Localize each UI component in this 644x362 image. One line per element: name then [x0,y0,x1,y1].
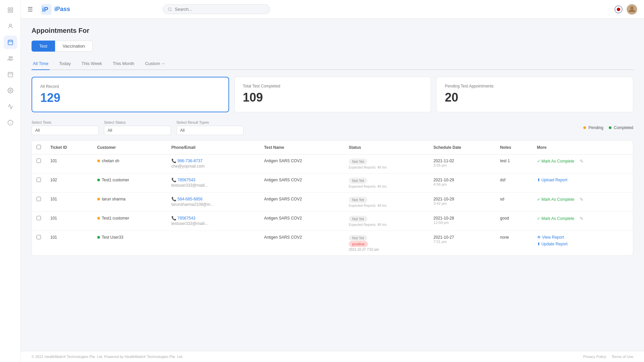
time-tab-this-month[interactable]: This Month [111,58,136,70]
row-checkbox-2[interactable] [37,197,41,201]
svg-rect-3 [11,11,12,12]
time-tab-all-time[interactable]: All Time [32,58,50,70]
customer-name: Test1 customer [102,216,129,221]
schedule-time: 7:51 pm [433,240,491,244]
cell-notes: none [495,231,532,256]
cell-phone-email: 📞 584-685-6856tarunsharma2108@m... [167,193,260,212]
schedule-date: 2021-10-29 [433,197,491,201]
search-input[interactable] [175,7,265,12]
customer-name: tarun sharma [102,197,126,201]
cell-test-name: Antigen SARS COV2 [259,155,344,174]
mark-complete-link[interactable]: ✓ Mark As Complete [537,216,574,221]
phone-number[interactable]: 📞 986-736-8737 [171,159,255,163]
svg-text:iP: iP [42,6,48,13]
status-badge: Not Yet [349,178,367,184]
time-tab-custom[interactable]: Custom [144,58,167,70]
tab-test[interactable]: Test [32,41,55,52]
page-title: Appointments For [32,27,633,35]
upload-report-link[interactable]: ⬆ Upload Report [537,178,628,182]
table-row: 101tarun sharma📞 584-685-6856tarunsharma… [32,193,633,212]
svg-rect-11 [8,72,13,77]
sidebar-item-reports[interactable] [4,100,17,113]
phone-number[interactable]: 📞 78567543 [171,178,255,182]
search-icon [168,7,172,12]
hamburger-menu[interactable]: ☰ [28,6,33,13]
status-filter-label: Select Status [104,120,171,124]
sidebar [0,0,21,362]
phone-number[interactable]: 📞 78567543 [171,216,255,221]
logo: iP iPass [41,4,70,15]
logo-text: iPass [54,6,70,13]
svg-point-24 [630,6,634,10]
language-flag[interactable] [614,5,623,13]
sidebar-item-dashboard[interactable] [4,3,17,17]
result-filter-select[interactable]: All [176,126,244,135]
sidebar-item-appointments[interactable] [4,36,17,49]
result-filter-label: Select Result Types [176,120,244,124]
sidebar-item-users[interactable] [4,19,17,33]
footer-links: Privacy Policy Terms of Use [583,355,633,359]
svg-point-15 [9,90,11,92]
time-tab-today[interactable]: Today [58,58,72,70]
time-tab-this-week[interactable]: This Week [80,58,103,70]
tests-filter-wrap: Select Tests All [32,120,99,135]
tests-filter-select[interactable]: All [32,126,99,135]
cell-schedule-date: 2021-10-277:51 pm [429,231,495,256]
customer-status-dot [97,236,100,239]
table-row: 101chetan sh📞 986-736-8737che@yopmail.co… [32,155,633,174]
summary-cards: All Record 129 Total Test Completed 109 … [32,77,633,112]
row-checkbox-1[interactable] [37,178,41,182]
table-row: 101Test1 customer📞 78567543testuser333@m… [32,212,633,231]
edit-icon[interactable]: ✎ [580,197,584,202]
select-all-checkbox[interactable] [37,145,41,149]
sidebar-item-settings[interactable] [4,84,17,97]
email-address: testuser333@maili... [171,221,255,226]
schedule-date: 2021-10-28 [433,216,491,221]
pending-label: Pending Test Appointments [445,84,625,88]
tab-vaccination[interactable]: Vaccination [55,41,93,52]
schedule-date: 2021-10-29 [433,178,491,182]
cell-ticket-id: 102 [46,174,93,193]
edit-icon[interactable]: ✎ [580,159,584,164]
appointments-table: Ticket ID Customer Phone/Email Test Name… [32,141,633,255]
pending-legend-dot [583,126,586,129]
row-checkbox-4[interactable] [37,235,41,239]
col-test-name: Test Name [259,141,344,155]
cell-test-name: Antigen SARS COV2 [259,193,344,212]
search-box[interactable] [163,4,270,14]
col-customer: Customer [93,141,167,155]
mark-complete-link[interactable]: ✓ Mark As Complete [537,197,574,202]
content-area: Appointments For Test Vaccination All Ti… [21,19,644,351]
sidebar-item-groups[interactable] [4,52,17,65]
user-avatar[interactable] [627,4,637,15]
status-filter-select[interactable]: All [104,126,171,135]
sidebar-item-calendar[interactable] [4,68,17,81]
edit-icon[interactable]: ✎ [580,216,584,221]
sidebar-item-info[interactable] [4,116,17,129]
customer-status-dot [97,160,100,162]
terms-of-use-link[interactable]: Terms of Use [611,355,633,359]
svg-point-9 [9,57,10,58]
mark-complete-link[interactable]: ✓ Mark As Complete [537,159,574,164]
view-report-link[interactable]: 👁 View Report [537,235,628,240]
cell-schedule-date: 2021-10-293:42 pm [429,193,495,212]
svg-point-23 [615,6,623,13]
cell-test-name: Antigen SARS COV2 [259,212,344,231]
phone-number[interactable]: 📞 584-685-6856 [171,197,255,201]
cell-notes: dsf [495,174,532,193]
col-ticket-id: Ticket ID [46,141,93,155]
cell-customer: tarun sharma [93,193,167,212]
pending-value: 20 [445,90,625,105]
row-checkbox-3[interactable] [37,216,41,220]
table-row: 101Test User33Antigen SARS COV2Not Yetpo… [32,231,633,256]
pending-legend-label: Pending [589,125,603,130]
cell-ticket-id: 101 [46,231,93,256]
cell-status: Not YetExpected Reports: 48 hrs [344,212,429,231]
upload-report-link[interactable]: ⬆ Update Report [537,242,628,246]
status-badge-not-yet: Not Yet [349,235,367,241]
row-checkbox-0[interactable] [37,159,41,163]
status-badge-positive: positive [349,241,368,247]
all-record-value: 129 [40,91,220,105]
schedule-time: 4:56 pm [433,182,491,186]
privacy-policy-link[interactable]: Privacy Policy [583,355,606,359]
